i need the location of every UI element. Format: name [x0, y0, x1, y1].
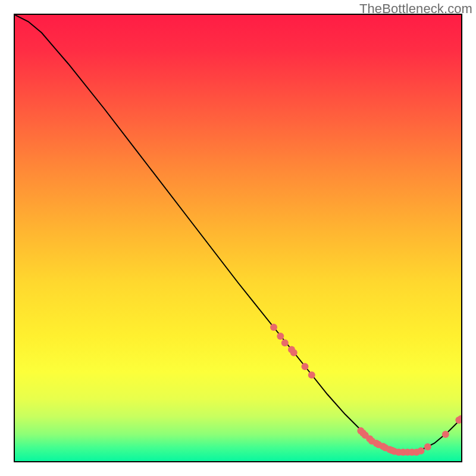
curve-line: [15, 15, 461, 452]
data-marker: [270, 324, 277, 331]
data-marker: [281, 339, 289, 346]
data-marker: [277, 333, 284, 340]
data-marker: [308, 371, 315, 378]
plot-area: [14, 14, 462, 462]
data-marker: [418, 447, 425, 455]
data-marker: [290, 349, 298, 356]
chart-svg: [15, 15, 461, 461]
data-marker: [442, 431, 449, 438]
chart-container: TheBottleneck.com: [0, 0, 476, 476]
data-marker: [302, 363, 309, 370]
watermark-text: TheBottleneck.com: [359, 1, 472, 17]
data-marker: [424, 443, 431, 450]
markers-group: [270, 324, 462, 456]
